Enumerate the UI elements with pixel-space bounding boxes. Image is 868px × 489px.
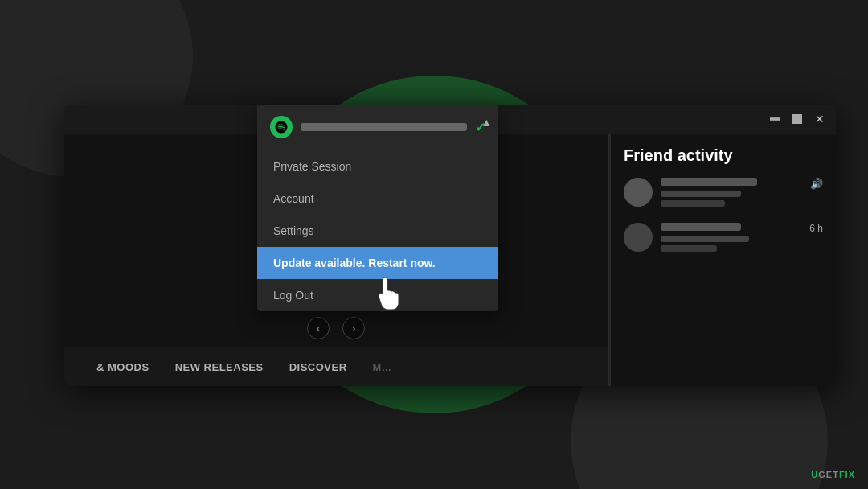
scroll-up-indicator: ▲ (481, 116, 492, 129)
user-avatar (270, 116, 293, 138)
nav-item-moods[interactable]: & MOODS (96, 361, 149, 373)
nav-item-discover[interactable]: DISCOVER (289, 361, 347, 373)
friend-name-2 (661, 223, 741, 231)
friend-item-2: 6 h (624, 223, 823, 252)
dropdown-header: ✓ ▲ (257, 105, 498, 150)
dropdown-item-settings[interactable]: Settings (257, 215, 498, 247)
username-display (301, 123, 467, 131)
friend-info-2 (661, 223, 801, 252)
time-ago-2: 6 h (809, 223, 823, 234)
watermark: UGETFIX (811, 470, 855, 479)
close-button[interactable]: ✕ (813, 113, 826, 125)
nav-arrows: ‹ › (307, 317, 365, 339)
sound-icon: 🔊 (810, 178, 823, 190)
nav-bar: & MOODS NEW RELEASES DISCOVER M... (64, 347, 608, 386)
dropdown-item-account[interactable]: Account (257, 183, 498, 215)
minimize-button[interactable] (768, 113, 781, 125)
friend-track-1 (661, 191, 741, 197)
dropdown-item-update[interactable]: Update available. Restart now. (257, 247, 498, 279)
friend-activity-title: Friend activity (624, 146, 823, 165)
friend-meta-1: 🔊 (810, 178, 823, 190)
dropdown-item-private-session[interactable]: Private Session (257, 150, 498, 183)
maximize-button[interactable] (791, 113, 804, 125)
watermark-fix: FIX (839, 470, 855, 479)
friend-artist-2 (661, 245, 717, 252)
friend-item-1: 🔊 (624, 178, 823, 207)
nav-item-new-releases[interactable]: NEW RELEASES (175, 361, 264, 373)
panel-divider (608, 134, 611, 386)
friend-artist-1 (661, 200, 725, 207)
nav-item-more[interactable]: M... (373, 361, 392, 373)
right-panel: Friend activity 🔊 (611, 134, 836, 386)
watermark-u: U (811, 470, 818, 479)
friend-name-1 (661, 178, 757, 186)
svg-rect-0 (770, 118, 780, 120)
next-arrow-button[interactable]: › (342, 317, 365, 339)
friend-track-2 (661, 236, 749, 242)
dropdown-menu: ✓ ▲ Private Session Account Settings Upd… (257, 105, 498, 311)
friend-info-1 (661, 178, 802, 207)
prev-arrow-button[interactable]: ‹ (307, 317, 330, 339)
friend-avatar-1 (624, 178, 653, 207)
window-controls: ✕ (768, 113, 826, 125)
watermark-get: GET (818, 470, 839, 479)
svg-rect-1 (793, 115, 801, 123)
dropdown-item-logout[interactable]: Log Out (257, 279, 498, 311)
friend-avatar-2 (624, 223, 653, 252)
